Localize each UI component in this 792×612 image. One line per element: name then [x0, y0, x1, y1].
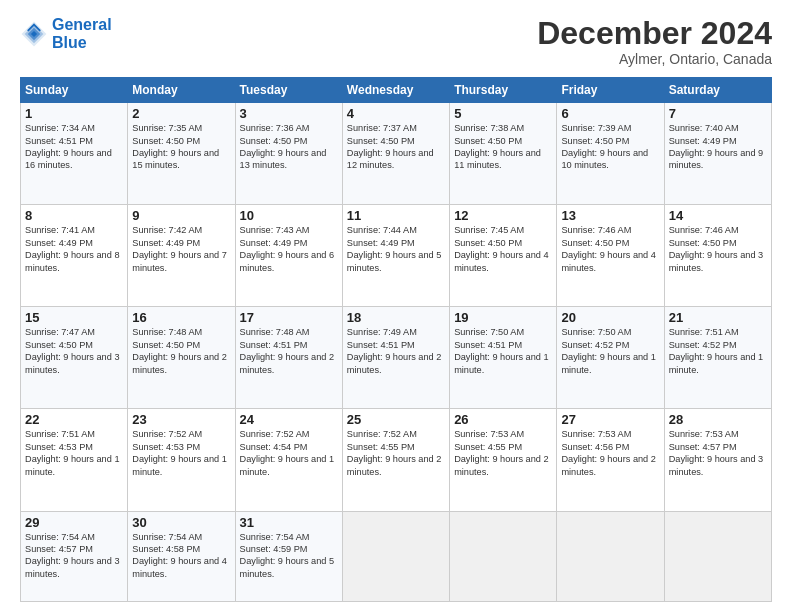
- logo-blue: Blue: [52, 34, 112, 52]
- day-info-1: Sunrise: 7:34 AMSunset: 4:51 PMDaylight:…: [25, 122, 123, 172]
- day-info-13: Sunrise: 7:46 AMSunset: 4:50 PMDaylight:…: [561, 224, 659, 274]
- day-number-24: 24: [240, 412, 338, 427]
- day-cell-9: 9Sunrise: 7:42 AMSunset: 4:49 PMDaylight…: [128, 205, 235, 307]
- day-info-4: Sunrise: 7:37 AMSunset: 4:50 PMDaylight:…: [347, 122, 445, 172]
- empty-cell: [342, 511, 449, 602]
- day-cell-27: 27Sunrise: 7:53 AMSunset: 4:56 PMDayligh…: [557, 409, 664, 511]
- day-cell-7: 7Sunrise: 7:40 AMSunset: 4:49 PMDaylight…: [664, 103, 771, 205]
- day-cell-11: 11Sunrise: 7:44 AMSunset: 4:49 PMDayligh…: [342, 205, 449, 307]
- day-cell-21: 21Sunrise: 7:51 AMSunset: 4:52 PMDayligh…: [664, 307, 771, 409]
- day-info-20: Sunrise: 7:50 AMSunset: 4:52 PMDaylight:…: [561, 326, 659, 376]
- day-number-3: 3: [240, 106, 338, 121]
- day-cell-18: 18Sunrise: 7:49 AMSunset: 4:51 PMDayligh…: [342, 307, 449, 409]
- day-number-15: 15: [25, 310, 123, 325]
- day-number-26: 26: [454, 412, 552, 427]
- day-cell-16: 16Sunrise: 7:48 AMSunset: 4:50 PMDayligh…: [128, 307, 235, 409]
- header: General Blue December 2024 Aylmer, Ontar…: [20, 16, 772, 67]
- day-info-29: Sunrise: 7:54 AMSunset: 4:57 PMDaylight:…: [25, 531, 123, 581]
- logo-general: General: [52, 16, 112, 33]
- day-cell-24: 24Sunrise: 7:52 AMSunset: 4:54 PMDayligh…: [235, 409, 342, 511]
- day-number-6: 6: [561, 106, 659, 121]
- day-cell-26: 26Sunrise: 7:53 AMSunset: 4:55 PMDayligh…: [450, 409, 557, 511]
- day-cell-17: 17Sunrise: 7:48 AMSunset: 4:51 PMDayligh…: [235, 307, 342, 409]
- day-number-17: 17: [240, 310, 338, 325]
- day-number-19: 19: [454, 310, 552, 325]
- col-header-sunday: Sunday: [21, 78, 128, 103]
- day-cell-29: 29Sunrise: 7:54 AMSunset: 4:57 PMDayligh…: [21, 511, 128, 602]
- page: General Blue December 2024 Aylmer, Ontar…: [0, 0, 792, 612]
- col-header-saturday: Saturday: [664, 78, 771, 103]
- logo: General Blue: [20, 16, 112, 51]
- calendar-week-3: 15Sunrise: 7:47 AMSunset: 4:50 PMDayligh…: [21, 307, 772, 409]
- day-info-30: Sunrise: 7:54 AMSunset: 4:58 PMDaylight:…: [132, 531, 230, 581]
- day-info-2: Sunrise: 7:35 AMSunset: 4:50 PMDaylight:…: [132, 122, 230, 172]
- day-info-9: Sunrise: 7:42 AMSunset: 4:49 PMDaylight:…: [132, 224, 230, 274]
- day-cell-4: 4Sunrise: 7:37 AMSunset: 4:50 PMDaylight…: [342, 103, 449, 205]
- calendar-header-row: SundayMondayTuesdayWednesdayThursdayFrid…: [21, 78, 772, 103]
- day-info-21: Sunrise: 7:51 AMSunset: 4:52 PMDaylight:…: [669, 326, 767, 376]
- day-cell-31: 31Sunrise: 7:54 AMSunset: 4:59 PMDayligh…: [235, 511, 342, 602]
- day-cell-20: 20Sunrise: 7:50 AMSunset: 4:52 PMDayligh…: [557, 307, 664, 409]
- day-cell-8: 8Sunrise: 7:41 AMSunset: 4:49 PMDaylight…: [21, 205, 128, 307]
- day-cell-30: 30Sunrise: 7:54 AMSunset: 4:58 PMDayligh…: [128, 511, 235, 602]
- day-number-23: 23: [132, 412, 230, 427]
- empty-cell: [557, 511, 664, 602]
- day-number-13: 13: [561, 208, 659, 223]
- day-info-17: Sunrise: 7:48 AMSunset: 4:51 PMDaylight:…: [240, 326, 338, 376]
- calendar-week-2: 8Sunrise: 7:41 AMSunset: 4:49 PMDaylight…: [21, 205, 772, 307]
- day-info-8: Sunrise: 7:41 AMSunset: 4:49 PMDaylight:…: [25, 224, 123, 274]
- day-number-30: 30: [132, 515, 230, 530]
- day-number-12: 12: [454, 208, 552, 223]
- day-number-22: 22: [25, 412, 123, 427]
- day-number-28: 28: [669, 412, 767, 427]
- empty-cell: [664, 511, 771, 602]
- day-number-5: 5: [454, 106, 552, 121]
- day-info-27: Sunrise: 7:53 AMSunset: 4:56 PMDaylight:…: [561, 428, 659, 478]
- day-cell-14: 14Sunrise: 7:46 AMSunset: 4:50 PMDayligh…: [664, 205, 771, 307]
- location: Aylmer, Ontario, Canada: [537, 51, 772, 67]
- calendar-table: SundayMondayTuesdayWednesdayThursdayFrid…: [20, 77, 772, 602]
- day-info-10: Sunrise: 7:43 AMSunset: 4:49 PMDaylight:…: [240, 224, 338, 274]
- day-number-11: 11: [347, 208, 445, 223]
- day-info-26: Sunrise: 7:53 AMSunset: 4:55 PMDaylight:…: [454, 428, 552, 478]
- day-cell-19: 19Sunrise: 7:50 AMSunset: 4:51 PMDayligh…: [450, 307, 557, 409]
- day-info-15: Sunrise: 7:47 AMSunset: 4:50 PMDaylight:…: [25, 326, 123, 376]
- day-number-20: 20: [561, 310, 659, 325]
- day-number-4: 4: [347, 106, 445, 121]
- day-number-31: 31: [240, 515, 338, 530]
- logo-text: General Blue: [52, 16, 112, 51]
- col-header-tuesday: Tuesday: [235, 78, 342, 103]
- day-info-18: Sunrise: 7:49 AMSunset: 4:51 PMDaylight:…: [347, 326, 445, 376]
- day-cell-28: 28Sunrise: 7:53 AMSunset: 4:57 PMDayligh…: [664, 409, 771, 511]
- col-header-friday: Friday: [557, 78, 664, 103]
- day-cell-25: 25Sunrise: 7:52 AMSunset: 4:55 PMDayligh…: [342, 409, 449, 511]
- day-info-31: Sunrise: 7:54 AMSunset: 4:59 PMDaylight:…: [240, 531, 338, 581]
- day-number-2: 2: [132, 106, 230, 121]
- day-cell-2: 2Sunrise: 7:35 AMSunset: 4:50 PMDaylight…: [128, 103, 235, 205]
- day-number-21: 21: [669, 310, 767, 325]
- day-number-10: 10: [240, 208, 338, 223]
- day-info-14: Sunrise: 7:46 AMSunset: 4:50 PMDaylight:…: [669, 224, 767, 274]
- day-cell-10: 10Sunrise: 7:43 AMSunset: 4:49 PMDayligh…: [235, 205, 342, 307]
- col-header-wednesday: Wednesday: [342, 78, 449, 103]
- day-info-5: Sunrise: 7:38 AMSunset: 4:50 PMDaylight:…: [454, 122, 552, 172]
- day-cell-23: 23Sunrise: 7:52 AMSunset: 4:53 PMDayligh…: [128, 409, 235, 511]
- day-info-19: Sunrise: 7:50 AMSunset: 4:51 PMDaylight:…: [454, 326, 552, 376]
- day-info-25: Sunrise: 7:52 AMSunset: 4:55 PMDaylight:…: [347, 428, 445, 478]
- day-cell-1: 1Sunrise: 7:34 AMSunset: 4:51 PMDaylight…: [21, 103, 128, 205]
- day-number-16: 16: [132, 310, 230, 325]
- day-number-14: 14: [669, 208, 767, 223]
- day-cell-3: 3Sunrise: 7:36 AMSunset: 4:50 PMDaylight…: [235, 103, 342, 205]
- col-header-monday: Monday: [128, 78, 235, 103]
- month-title: December 2024: [537, 16, 772, 51]
- calendar-week-5: 29Sunrise: 7:54 AMSunset: 4:57 PMDayligh…: [21, 511, 772, 602]
- day-number-8: 8: [25, 208, 123, 223]
- day-info-16: Sunrise: 7:48 AMSunset: 4:50 PMDaylight:…: [132, 326, 230, 376]
- calendar-week-1: 1Sunrise: 7:34 AMSunset: 4:51 PMDaylight…: [21, 103, 772, 205]
- day-info-11: Sunrise: 7:44 AMSunset: 4:49 PMDaylight:…: [347, 224, 445, 274]
- day-cell-22: 22Sunrise: 7:51 AMSunset: 4:53 PMDayligh…: [21, 409, 128, 511]
- day-info-6: Sunrise: 7:39 AMSunset: 4:50 PMDaylight:…: [561, 122, 659, 172]
- day-number-7: 7: [669, 106, 767, 121]
- day-cell-6: 6Sunrise: 7:39 AMSunset: 4:50 PMDaylight…: [557, 103, 664, 205]
- day-cell-13: 13Sunrise: 7:46 AMSunset: 4:50 PMDayligh…: [557, 205, 664, 307]
